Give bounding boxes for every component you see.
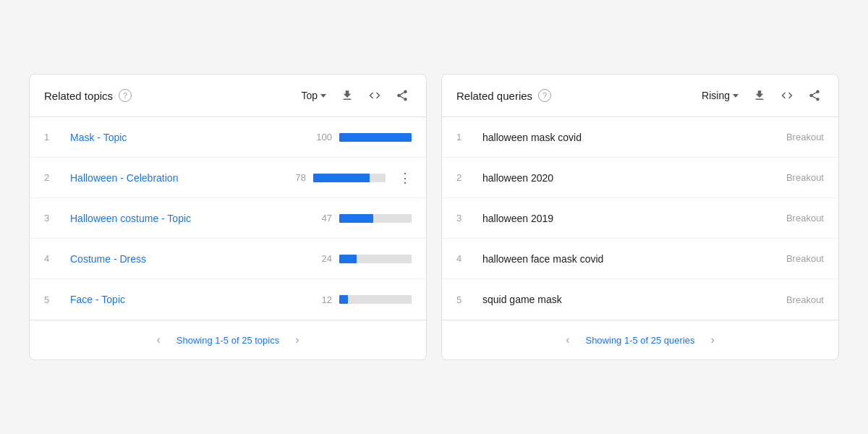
table-row: 2 Halloween - Celebration 78 ⋮ xyxy=(30,158,426,198)
table-row: 2 halloween 2020 Breakout xyxy=(442,158,838,198)
queries-title: Related queries xyxy=(456,90,532,102)
topics-row-2-bar-section: 78 ⋮ xyxy=(286,170,412,186)
topics-title: Related topics xyxy=(44,90,113,102)
topics-row-5-bar-section: 12 xyxy=(312,294,412,305)
queries-download-button[interactable] xyxy=(750,86,769,105)
related-topics-card: Related topics ? Top xyxy=(29,74,427,360)
more-options-icon[interactable]: ⋮ xyxy=(399,170,412,186)
topics-row-3-bar-section: 47 xyxy=(312,213,412,224)
topics-row-2-bar xyxy=(313,174,386,182)
topics-row-1-label[interactable]: Mask - Topic xyxy=(70,132,312,143)
table-row: 1 Mask - Topic 100 xyxy=(30,117,426,158)
queries-filter-label: Rising xyxy=(702,90,730,101)
queries-prev-button[interactable]: ‹ xyxy=(561,332,574,348)
table-row: 5 squid game mask Breakout xyxy=(442,279,838,320)
topics-embed-button[interactable] xyxy=(365,86,384,105)
topics-row-1-bar-section: 100 xyxy=(312,132,412,142)
topics-row-4-label[interactable]: Costume - Dress xyxy=(70,253,312,265)
table-row: 3 Halloween costume - Topic 47 xyxy=(30,198,426,239)
topics-filter-button[interactable]: Top xyxy=(298,87,329,104)
queries-filter-arrow-icon xyxy=(733,94,739,98)
topics-row-5-bar xyxy=(339,295,412,304)
topics-next-button[interactable]: › xyxy=(291,332,303,348)
queries-next-button[interactable]: › xyxy=(707,332,719,348)
queries-embed-button[interactable] xyxy=(778,86,796,105)
queries-footer: ‹ Showing 1-5 of 25 queries › xyxy=(442,320,838,359)
topics-header: Related topics ? Top xyxy=(30,75,426,117)
queries-share-button[interactable] xyxy=(805,86,824,105)
topics-row-1-bar xyxy=(339,133,412,142)
queries-row-4-badge: Breakout xyxy=(786,253,824,264)
queries-filter-button[interactable]: Rising xyxy=(699,87,741,104)
topics-row-2-label[interactable]: Halloween - Celebration xyxy=(70,172,286,184)
topics-row-4-bar-section: 24 xyxy=(312,253,412,264)
queries-row-3-label[interactable]: halloween 2019 xyxy=(482,213,786,224)
table-row: 4 Costume - Dress 24 xyxy=(30,239,426,279)
topics-prev-button[interactable]: ‹ xyxy=(152,332,164,348)
topics-row-5-label[interactable]: Face - Topic xyxy=(70,294,312,305)
queries-header-controls: Rising xyxy=(699,86,824,105)
queries-row-3-badge: Breakout xyxy=(786,213,824,224)
topics-header-controls: Top xyxy=(298,86,412,105)
queries-row-2-badge: Breakout xyxy=(786,172,824,183)
main-container: Related topics ? Top xyxy=(14,59,854,375)
queries-row-1-label[interactable]: halloween mask covid xyxy=(482,132,786,143)
topics-row-3-label[interactable]: Halloween costume - Topic xyxy=(70,213,312,224)
topics-footer-text: Showing 1-5 of 25 topics xyxy=(176,335,279,346)
queries-table: 1 halloween mask covid Breakout 2 hallow… xyxy=(442,117,838,320)
topics-share-button[interactable] xyxy=(393,86,412,105)
topics-filter-label: Top xyxy=(301,90,318,101)
topics-footer: ‹ Showing 1-5 of 25 topics › xyxy=(30,320,426,359)
topics-help-icon[interactable]: ? xyxy=(119,89,132,102)
queries-help-icon[interactable]: ? xyxy=(538,89,551,102)
queries-row-1-badge: Breakout xyxy=(786,132,824,142)
topics-row-3-bar xyxy=(339,214,412,223)
queries-row-4-label[interactable]: halloween face mask covid xyxy=(482,253,786,265)
topics-filter-arrow-icon xyxy=(320,94,326,98)
table-row: 1 halloween mask covid Breakout xyxy=(442,117,838,158)
queries-row-5-badge: Breakout xyxy=(786,294,824,305)
topics-table: 1 Mask - Topic 100 2 Halloween - Celebra… xyxy=(30,117,426,320)
table-row: 4 halloween face mask covid Breakout xyxy=(442,239,838,279)
queries-footer-text: Showing 1-5 of 25 queries xyxy=(585,335,694,346)
queries-row-2-label[interactable]: halloween 2020 xyxy=(482,172,786,184)
topics-row-4-bar xyxy=(339,255,412,263)
table-row: 3 halloween 2019 Breakout xyxy=(442,198,838,239)
queries-header: Related queries ? Rising xyxy=(442,75,838,117)
related-queries-card: Related queries ? Rising xyxy=(441,74,839,360)
queries-row-5-label[interactable]: squid game mask xyxy=(482,294,786,305)
topics-download-button[interactable] xyxy=(338,86,357,105)
table-row: 5 Face - Topic 12 xyxy=(30,279,426,320)
